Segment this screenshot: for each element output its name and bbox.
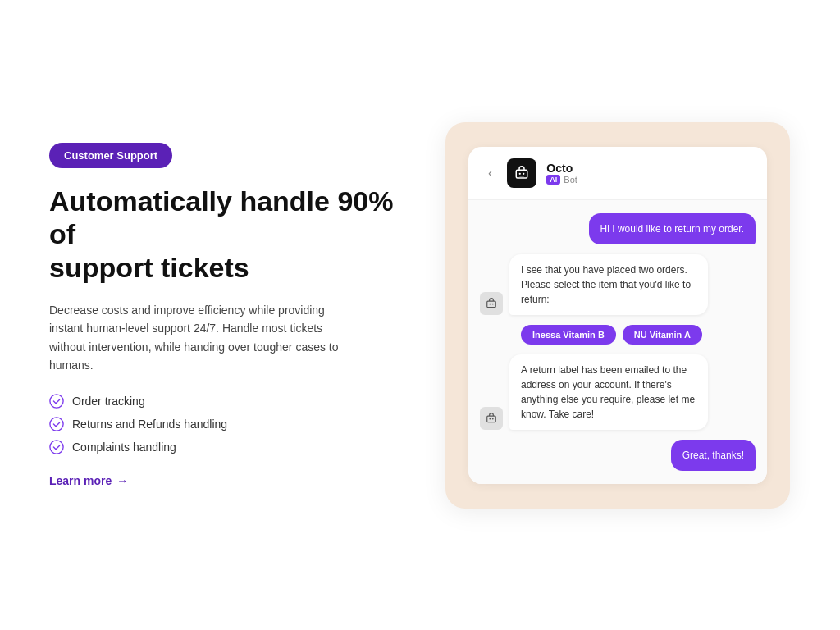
svg-rect-3	[517, 170, 528, 178]
svg-point-5	[523, 172, 524, 174]
check-icon	[49, 440, 64, 454]
chat-messages: Hi I would like to return my order.	[468, 200, 767, 484]
svg-rect-6	[487, 301, 496, 308]
svg-point-7	[489, 303, 491, 304]
option-vitamin-b[interactable]: Inessa Vitamin B	[521, 325, 616, 345]
features-list: Order tracking Returns and Refunds handl…	[49, 394, 395, 454]
feature-label: Complaints handling	[72, 441, 176, 454]
bot-avatar	[507, 158, 536, 188]
left-section: Customer Support Automatically handle 90…	[49, 143, 395, 488]
svg-point-4	[519, 172, 521, 174]
svg-rect-9	[487, 416, 496, 422]
chat-header: ‹ Octo	[468, 147, 767, 200]
svg-point-1	[50, 418, 63, 431]
list-item: Returns and Refunds handling	[49, 417, 395, 431]
feature-label: Returns and Refunds handling	[72, 418, 227, 431]
chat-outer-bg: ‹ Octo	[445, 122, 790, 509]
bot-message-avatar	[480, 292, 503, 315]
options-row: Inessa Vitamin B NU Vitamin A	[480, 325, 756, 345]
headline-line1: Automatically handle 90% of	[49, 185, 393, 250]
check-icon	[49, 394, 64, 409]
bot-type: AI Bot	[546, 175, 578, 185]
bot-message-avatar	[480, 407, 503, 430]
ai-badge: AI	[546, 175, 560, 185]
svg-point-11	[492, 418, 494, 419]
svg-point-8	[492, 303, 494, 304]
bot-avatar-icon	[514, 166, 529, 180]
message-row: Great, thanks!	[480, 440, 756, 471]
right-section: ‹ Octo	[445, 122, 791, 509]
page-wrapper: Customer Support Automatically handle 90…	[0, 0, 840, 630]
back-button[interactable]: ‹	[483, 164, 497, 182]
bot-mini-icon	[486, 413, 497, 424]
option-vitamin-a[interactable]: NU Vitamin A	[623, 325, 702, 345]
check-icon	[49, 417, 64, 431]
headline-line2: support tickets	[49, 252, 249, 283]
bot-info: Octo AI Bot	[546, 162, 578, 185]
message-row: A return label has been emailed to the a…	[480, 354, 756, 430]
chat-window: ‹ Octo	[468, 147, 767, 484]
svg-point-10	[489, 418, 491, 419]
bot-message: I see that you have placed two orders. P…	[509, 254, 708, 315]
learn-more-text: Learn more	[49, 474, 112, 487]
user-message: Great, thanks!	[671, 440, 756, 471]
content-area: Customer Support Automatically handle 90…	[49, 122, 791, 509]
description-text: Decrease costs and improve efficiency wh…	[49, 301, 361, 375]
list-item: Complaints handling	[49, 440, 395, 454]
list-item: Order tracking	[49, 394, 395, 409]
svg-point-2	[50, 441, 63, 454]
category-badge: Customer Support	[49, 143, 172, 168]
headline: Automatically handle 90% of support tick…	[49, 185, 395, 285]
message-row: Hi I would like to return my order.	[480, 213, 756, 244]
message-row: I see that you have placed two orders. P…	[480, 254, 756, 315]
bot-message: A return label has been emailed to the a…	[509, 354, 708, 430]
bot-mini-icon	[486, 298, 497, 309]
bot-name: Octo	[546, 162, 578, 175]
bot-type-label: Bot	[564, 175, 578, 185]
user-message: Hi I would like to return my order.	[589, 213, 756, 244]
svg-point-0	[50, 395, 63, 408]
arrow-icon: →	[116, 474, 128, 487]
learn-more-link[interactable]: Learn more →	[49, 474, 395, 487]
feature-label: Order tracking	[72, 395, 145, 408]
